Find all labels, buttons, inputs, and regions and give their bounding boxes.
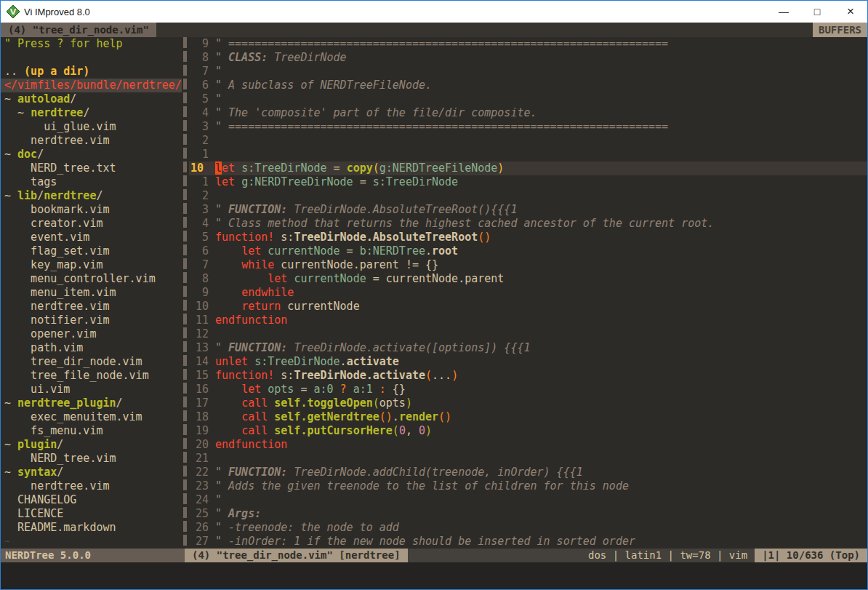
statusline-fileinfo: dos | latin1 | tw=78 | vim: [581, 549, 755, 562]
code-line[interactable]: 2: [189, 189, 867, 203]
statusline-filename: (4) "tree_dir_node.vim" [nerdtree]: [185, 549, 408, 562]
tree-item[interactable]: ~ syntax/: [1, 466, 182, 479]
code-line[interactable]: 5function! s:TreeDirNode.AbsoluteTreeRoo…: [189, 231, 867, 244]
code-line[interactable]: 1let g:NERDTreeDirNode = s:TreeDirNode: [189, 175, 867, 189]
code-line[interactable]: 26" -treenode: the node to add: [189, 521, 867, 535]
code-line[interactable]: 9 endwhile: [189, 286, 867, 300]
code-line[interactable]: 10 return currentNode: [189, 300, 867, 314]
code-line[interactable]: 24": [189, 493, 867, 507]
tree-item[interactable]: ~ nerdtree/: [1, 106, 182, 120]
minimize-button[interactable]: —: [767, 1, 800, 23]
text-segment: [268, 410, 274, 423]
tree-item[interactable]: ~ nerdtree_plugin/: [1, 396, 182, 410]
code-line[interactable]: 8" CLASS: TreeDirNode: [189, 51, 867, 65]
tree-item[interactable]: " Press ? for help: [1, 37, 182, 51]
tree-item[interactable]: LICENCE: [1, 507, 182, 521]
code-text: [209, 134, 215, 148]
code-line[interactable]: 7 while currentNode.parent != {}: [189, 258, 867, 272]
text-segment: [347, 383, 353, 396]
text-segment: opts: [379, 396, 406, 410]
tree-item[interactable]: ~ autoload/: [1, 92, 182, 106]
line-number: 13: [189, 341, 209, 355]
code-line[interactable]: 17 call self.toggleOpen(opts): [189, 396, 867, 410]
tree-item[interactable]: ~ lib/nerdtree/: [1, 189, 182, 203]
tree-item[interactable]: flag_set.vim: [1, 244, 182, 258]
nerdtree-root-path[interactable]: </vimfiles/bundle/nerdtree/: [1, 79, 182, 92]
tree-item[interactable]: bookmark.vim: [1, 203, 182, 217]
code-line[interactable]: 22" FUNCTION: TreeDirNode.addChild(treen…: [189, 466, 867, 479]
text-segment: flag_set.vim: [4, 244, 110, 258]
code-line[interactable]: 15function! s:TreeDirNode.activate(...): [189, 369, 867, 383]
tree-item[interactable]: event.vim: [1, 231, 182, 244]
code-line[interactable]: 14unlet s:TreeDirNode.activate: [189, 355, 867, 369]
code-line[interactable]: 27" -inOrder: 1 if the new node should b…: [189, 535, 867, 549]
command-line[interactable]: [1, 562, 867, 589]
line-number: 9: [189, 37, 209, 51]
code-line[interactable]: 5": [189, 92, 867, 106]
code-line[interactable]: 11endfunction: [189, 314, 867, 327]
line-number: 1: [189, 148, 209, 162]
line-number: 12: [189, 327, 209, 341]
text-segment: /: [116, 396, 123, 410]
tree-item[interactable]: ui_glue.vim: [1, 120, 182, 134]
code-line[interactable]: 6" A subclass of NERDTreeFileNode.: [189, 79, 867, 92]
window-split-separator[interactable]: [182, 37, 189, 549]
close-button[interactable]: ×: [834, 1, 867, 23]
code-line[interactable]: 19 call self.putCursorHere(0, 0): [189, 424, 867, 438]
tree-item[interactable]: menu_controller.vim: [1, 272, 182, 286]
code-line[interactable]: 2: [189, 134, 867, 148]
code-line[interactable]: 9" =====================================…: [189, 37, 867, 51]
tree-item[interactable]: opener.vim: [1, 327, 182, 341]
tab-tree-dir-node[interactable]: (4) "tree_dir_node.vim": [1, 23, 156, 37]
tree-item[interactable]: path.vim: [1, 341, 182, 355]
tree-item[interactable]: .. (up a dir): [1, 65, 182, 79]
code-line[interactable]: 8 let currentNode = currentNode.parent: [189, 272, 867, 286]
tree-item[interactable]: fs_menu.vim: [1, 424, 182, 438]
code-line[interactable]: 20endfunction: [189, 438, 867, 452]
tree-item[interactable]: key_map.vim: [1, 258, 182, 272]
line-number: 5: [189, 231, 209, 244]
tree-item[interactable]: NERD_tree.txt: [1, 162, 182, 175]
code-line[interactable]: 3" FUNCTION: TreeDirNode.AbsoluteTreeRoo…: [189, 203, 867, 217]
tree-item[interactable]: tree_file_node.vim: [1, 369, 182, 383]
text-segment: (: [425, 369, 432, 382]
tree-item[interactable]: ~ doc/: [1, 148, 182, 162]
tree-item[interactable]: tags: [1, 175, 182, 189]
code-line[interactable]: 13" FUNCTION: TreeDirNode.activate([opti…: [189, 341, 867, 355]
code-line[interactable]: 7": [189, 65, 867, 79]
tree-item[interactable]: ui.vim: [1, 383, 182, 396]
maximize-button[interactable]: □: [800, 1, 834, 23]
code-line[interactable]: 18 call self.getNerdtree().render(): [189, 410, 867, 424]
tree-item[interactable]: nerdtree.vim: [1, 134, 182, 148]
text-segment: " ======================================…: [215, 37, 668, 50]
code-line[interactable]: 3" =====================================…: [189, 120, 867, 134]
code-line[interactable]: 12: [189, 327, 867, 341]
tree-item[interactable]: README.markdown: [1, 521, 182, 535]
code-line[interactable]: 23" Adds the given treenode to the list …: [189, 479, 867, 493]
text-segment: " Adds the given treenode to the list of…: [215, 479, 629, 493]
tree-item[interactable]: NERD_tree.vim: [1, 452, 182, 466]
tree-item[interactable]: creator.vim: [1, 217, 182, 231]
tree-item[interactable]: nerdtree.vim: [1, 479, 182, 493]
code-line[interactable]: 1: [189, 148, 867, 162]
code-line[interactable]: 21: [189, 452, 867, 466]
tree-item[interactable]: ~: [1, 535, 182, 549]
code-line[interactable]: 10let s:TreeDirNode = copy(g:NERDTreeFil…: [189, 162, 867, 175]
text-segment: 0: [399, 424, 406, 437]
code-line[interactable]: 16 let opts = a:0 ? a:1 : {}: [189, 383, 867, 396]
tree-item[interactable]: tree_dir_node.vim: [1, 355, 182, 369]
tree-item[interactable]: notifier.vim: [1, 314, 182, 327]
tree-item[interactable]: ~ plugin/: [1, 438, 182, 452]
code-line[interactable]: 4" Class method that returns the highest…: [189, 217, 867, 231]
tree-item[interactable]: nerdtree.vim: [1, 300, 182, 314]
tree-item[interactable]: [1, 51, 182, 65]
text-segment: render: [399, 410, 438, 423]
tree-item[interactable]: menu_item.vim: [1, 286, 182, 300]
buffers-tab[interactable]: BUFFERS: [813, 23, 867, 37]
code-line[interactable]: 25" Args:: [189, 507, 867, 521]
tree-item[interactable]: exec_menuitem.vim: [1, 410, 182, 424]
tree-item[interactable]: CHANGELOG: [1, 493, 182, 507]
text-segment: [235, 175, 241, 188]
code-line[interactable]: 4" The 'composite' part of the file/dir …: [189, 106, 867, 120]
code-line[interactable]: 6 let currentNode = b:NERDTree.root: [189, 244, 867, 258]
